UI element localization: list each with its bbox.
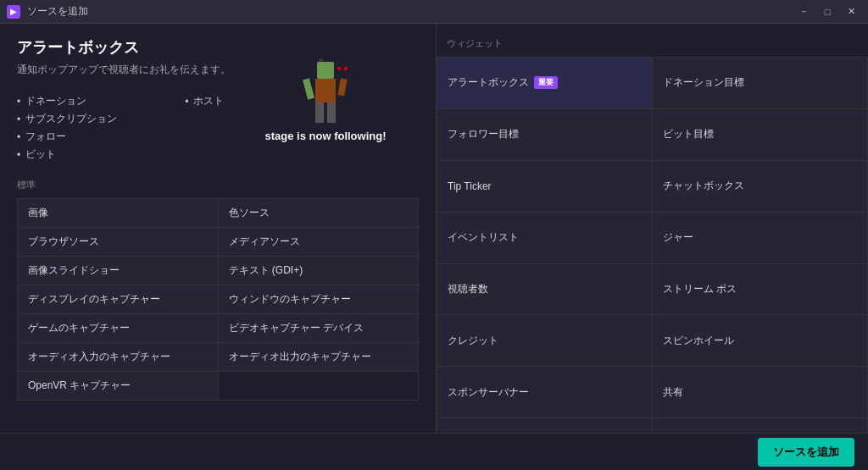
widget-label: イベントリスト bbox=[448, 230, 519, 245]
source-item[interactable]: 画像スライドショー bbox=[18, 257, 218, 285]
source-item[interactable] bbox=[219, 372, 419, 400]
widget-label: クレジット bbox=[448, 334, 498, 348]
widget-item[interactable]: スポンサーバナー bbox=[437, 367, 652, 417]
widget-label: スピンホイール bbox=[663, 334, 734, 348]
bullet-item: サブスクリプション bbox=[17, 112, 117, 126]
widget-label: チャットボックス bbox=[663, 179, 744, 193]
widgets-grid: アラートボックス重要ドネーション目標フォロワー目標ビット目標Tip Ticker… bbox=[437, 57, 868, 470]
app-icon: ▶ bbox=[7, 5, 20, 19]
add-source-button[interactable]: ソースを追加 bbox=[758, 438, 854, 467]
widget-item[interactable]: クレジット bbox=[437, 315, 652, 366]
widget-label: スポンサーバナー bbox=[448, 385, 529, 400]
widget-label: 共有 bbox=[663, 385, 683, 400]
widget-item[interactable]: チャットボックス bbox=[653, 161, 867, 212]
widget-item[interactable]: 視聴者数 bbox=[437, 264, 652, 315]
zombie-arm-left bbox=[303, 78, 314, 99]
widget-label: ストリーム ボス bbox=[663, 282, 737, 296]
source-item[interactable]: ビデオキャプチャー デバイス bbox=[219, 314, 419, 342]
source-item[interactable]: 画像 bbox=[18, 199, 218, 227]
zombie-character bbox=[298, 62, 353, 130]
widget-label: Tip Ticker bbox=[448, 180, 492, 192]
widget-item[interactable]: 共有 bbox=[653, 367, 867, 417]
zombie-leg-left bbox=[315, 102, 324, 123]
bottom-bar: ソースを追加 bbox=[0, 433, 868, 470]
zombie-eye-left bbox=[337, 67, 341, 70]
source-item[interactable]: ゲームのキャプチャー bbox=[18, 314, 218, 342]
source-item[interactable]: OpenVR キャプチャー bbox=[18, 372, 218, 400]
bullet-item: ビット bbox=[17, 147, 117, 162]
main-content: アラートボックス 通知ポップアップで視聴者にお礼を伝えます。 stage is … bbox=[0, 24, 868, 470]
widget-item[interactable]: フォロワー目標 bbox=[437, 109, 652, 160]
widget-label: ジャー bbox=[663, 230, 693, 245]
zombie-eye-right bbox=[344, 67, 348, 70]
widget-item[interactable]: イベントリスト bbox=[437, 213, 652, 263]
title-bar: ▶ ソースを追加 － □ ✕ bbox=[0, 0, 868, 24]
minimize-button[interactable]: － bbox=[793, 4, 814, 19]
source-item[interactable]: ディスプレイのキャプチャー bbox=[18, 285, 218, 313]
standard-section-label: 標準 bbox=[17, 179, 419, 191]
source-item[interactable]: オーディオ入力のキャプチャー bbox=[18, 343, 218, 371]
widget-item[interactable]: Tip Ticker bbox=[437, 161, 652, 212]
source-item[interactable]: オーディオ出力のキャプチャー bbox=[219, 343, 419, 371]
widget-item[interactable]: ビット目標 bbox=[653, 109, 867, 160]
maximize-button[interactable]: □ bbox=[817, 4, 837, 19]
widget-item[interactable]: ジャー bbox=[653, 213, 867, 263]
important-badge: 重要 bbox=[534, 76, 558, 89]
source-item[interactable]: ウィンドウのキャプチャー bbox=[219, 285, 419, 313]
bullet-item: フォロー bbox=[17, 130, 117, 144]
window-title: ソースを追加 bbox=[27, 4, 787, 19]
source-item[interactable]: 色ソース bbox=[219, 199, 419, 227]
widget-item[interactable]: ドネーション目標 bbox=[653, 58, 867, 108]
widget-label: 視聴者数 bbox=[448, 282, 488, 296]
widget-item[interactable]: アラートボックス重要 bbox=[437, 58, 652, 108]
widget-item[interactable]: スピンホイール bbox=[653, 315, 867, 366]
source-item[interactable]: テキスト (GDI+) bbox=[219, 257, 419, 285]
right-panel: ウィジェット アラートボックス重要ドネーション目標フォロワー目標ビット目標Tip… bbox=[436, 24, 868, 470]
preview-area: stage is now following! bbox=[232, 32, 419, 142]
bullet-item: ホスト bbox=[185, 94, 224, 108]
zombie-body bbox=[315, 79, 336, 102]
widget-label: アラートボックス bbox=[448, 75, 529, 90]
preview-text: stage is now following! bbox=[265, 130, 387, 142]
zombie-leg-right bbox=[327, 102, 336, 123]
bullet-col-2: ホスト bbox=[185, 94, 224, 162]
zombie-arm-right bbox=[337, 78, 347, 96]
widget-section-label: ウィジェット bbox=[437, 37, 868, 50]
bullet-col-1: ドネーションサブスクリプションフォロービット bbox=[17, 94, 117, 162]
window-controls: － □ ✕ bbox=[793, 4, 861, 19]
bullet-item: ドネーション bbox=[17, 94, 117, 108]
source-item[interactable]: ブラウザソース bbox=[18, 228, 218, 256]
left-panel: アラートボックス 通知ポップアップで視聴者にお礼を伝えます。 stage is … bbox=[0, 24, 436, 470]
widget-label: ビット目標 bbox=[663, 127, 714, 141]
widget-item[interactable]: ストリーム ボス bbox=[653, 264, 867, 315]
sources-grid: 画像色ソースブラウザソースメディアソース画像スライドショーテキスト (GDI+)… bbox=[17, 198, 419, 401]
widget-label: ドネーション目標 bbox=[663, 75, 744, 90]
zombie-head bbox=[317, 62, 334, 79]
source-item[interactable]: メディアソース bbox=[219, 228, 419, 256]
widget-label: フォロワー目標 bbox=[448, 127, 519, 141]
close-button[interactable]: ✕ bbox=[841, 4, 861, 19]
